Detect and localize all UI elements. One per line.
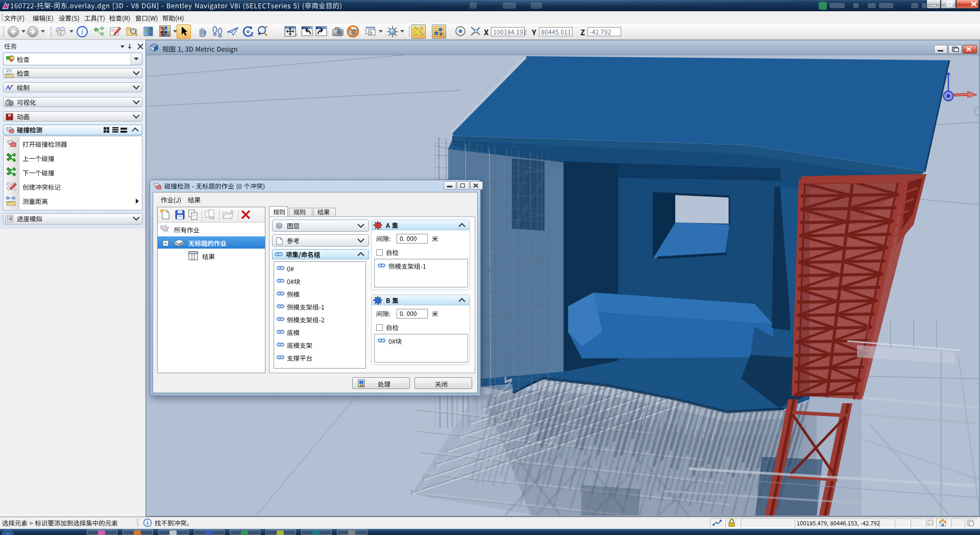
svg-text:i: i xyxy=(81,28,83,36)
